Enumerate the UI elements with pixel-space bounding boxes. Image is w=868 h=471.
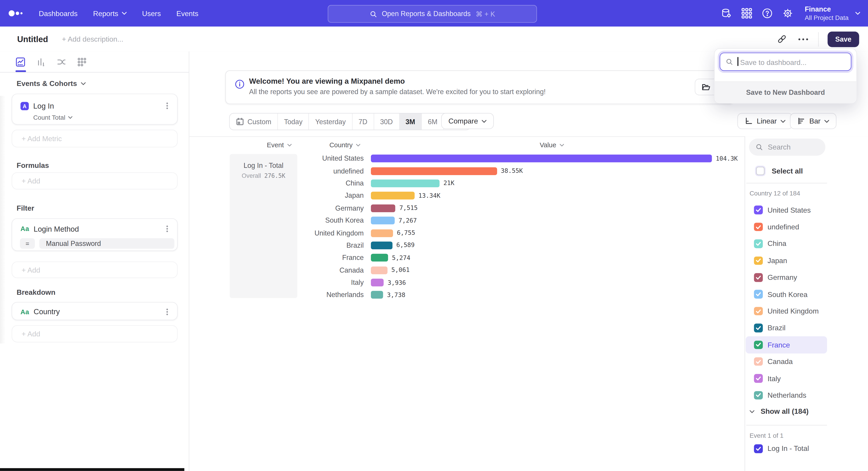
help-icon[interactable]: [762, 8, 773, 19]
kebab-menu-icon[interactable]: [164, 225, 170, 233]
bar-france[interactable]: [371, 254, 388, 262]
filter-operator-selector[interactable]: =: [20, 238, 35, 249]
project-switcher[interactable]: Finance All Project Data: [805, 5, 860, 21]
bar-united-kingdom[interactable]: [371, 229, 393, 237]
events-section-header[interactable]: Events & Cohorts: [17, 79, 86, 88]
event-checkbox[interactable]: [754, 444, 763, 453]
bar-canada[interactable]: [371, 266, 388, 274]
bar-japan[interactable]: [371, 192, 414, 200]
column-header-value[interactable]: Value: [540, 141, 564, 149]
select-all-row[interactable]: Select all: [749, 167, 803, 175]
apps-grid-icon[interactable]: [741, 8, 752, 19]
range-custom[interactable]: Custom: [230, 114, 278, 129]
nav-item-users[interactable]: Users: [142, 9, 161, 18]
country-row-china[interactable]: China: [746, 235, 827, 252]
checkbox-china[interactable]: [754, 239, 763, 248]
dashboard-search-field[interactable]: [720, 53, 851, 71]
country-row-united-states[interactable]: United States: [746, 202, 827, 218]
add-formula-button[interactable]: + Add: [11, 172, 178, 189]
country-row-netherlands[interactable]: Netherlands: [746, 387, 827, 404]
country-row-canada[interactable]: Canada: [746, 353, 827, 370]
country-row-undefined[interactable]: undefined: [746, 218, 827, 235]
country-row-south-korea[interactable]: South Korea: [746, 286, 827, 303]
add-description-button[interactable]: + Add description...: [62, 35, 123, 43]
tab-flows-icon[interactable]: [57, 57, 66, 67]
report-title[interactable]: Untitled: [17, 34, 48, 44]
range-7d[interactable]: 7D: [352, 114, 374, 129]
country-row-germany[interactable]: Germany: [746, 269, 827, 286]
column-header-event[interactable]: Event: [267, 141, 291, 149]
bar-china[interactable]: [371, 179, 440, 187]
country-row-italy[interactable]: Italy: [746, 370, 827, 387]
checkbox-south-korea[interactable]: [754, 290, 763, 299]
breakdown-card[interactable]: Aa Country: [11, 302, 178, 320]
breakdown-property-name[interactable]: Country: [34, 307, 164, 316]
add-breakdown-button[interactable]: + Add: [11, 325, 178, 343]
global-search-button[interactable]: Open Reports & Dashboards ⌘ + K: [328, 5, 537, 23]
bar-united-states[interactable]: [371, 155, 712, 163]
checkbox-italy[interactable]: [754, 374, 763, 383]
nav-item-dashboards[interactable]: Dashboards: [39, 9, 78, 18]
metric-card[interactable]: A Log In Count Total: [11, 94, 178, 125]
select-all-checkbox[interactable]: [756, 167, 765, 175]
kebab-menu-icon[interactable]: [164, 102, 170, 110]
checkbox-brazil[interactable]: [754, 324, 763, 332]
tab-retention-icon[interactable]: [77, 57, 87, 67]
country-row-japan[interactable]: Japan: [746, 252, 827, 269]
bar-italy[interactable]: [371, 279, 384, 286]
top-nav: Dashboards Reports Users Events Open Rep…: [0, 0, 868, 27]
filter-card[interactable]: Aa Login Method = Manual Password: [11, 218, 178, 251]
bar-brazil[interactable]: [371, 242, 393, 249]
checkbox-germany[interactable]: [754, 273, 763, 282]
checkbox-canada[interactable]: [754, 357, 763, 366]
chevron-down-icon: [855, 11, 860, 15]
country-row-france[interactable]: France: [746, 336, 827, 353]
country-row-brazil[interactable]: Brazil: [746, 319, 827, 336]
settings-gear-icon[interactable]: [782, 8, 793, 19]
filter-property-name[interactable]: Login Method: [34, 225, 164, 233]
range-6m[interactable]: 6M: [422, 114, 444, 129]
panel-search-input[interactable]: [767, 142, 822, 152]
metric-aggregation-selector[interactable]: Count Total: [33, 114, 177, 121]
filter-value-selector[interactable]: Manual Password: [39, 238, 175, 249]
add-metric-button[interactable]: + Add Metric: [11, 129, 178, 147]
mixpanel-logo[interactable]: [8, 8, 25, 18]
tab-insights-icon[interactable]: [16, 57, 26, 67]
nav-item-reports[interactable]: Reports: [93, 9, 127, 18]
checkbox-france[interactable]: [754, 341, 763, 349]
metric-name[interactable]: Log In: [33, 101, 164, 110]
column-header-country[interactable]: Country: [329, 141, 360, 149]
checkbox-japan[interactable]: [754, 256, 763, 265]
save-to-new-dashboard-button[interactable]: Save to New Dashboard: [715, 82, 857, 103]
more-menu-button[interactable]: [797, 33, 809, 45]
range-today[interactable]: Today: [278, 114, 309, 129]
chart-type-selector-button[interactable]: Bar: [790, 113, 837, 129]
save-to-dashboard-input[interactable]: [739, 53, 846, 71]
event-legend-row[interactable]: Log In - Total: [749, 444, 809, 453]
checkbox-united-states[interactable]: [754, 206, 763, 214]
checkbox-united-kingdom[interactable]: [754, 307, 763, 315]
add-filter-button[interactable]: + Add: [11, 262, 178, 278]
save-button[interactable]: Save: [828, 31, 859, 47]
range-30d[interactable]: 30D: [374, 114, 399, 129]
checkbox-undefined[interactable]: [754, 223, 763, 231]
bar-netherlands[interactable]: [371, 291, 383, 299]
scale-selector-button[interactable]: Linear: [737, 113, 793, 129]
event-total-cell[interactable]: Log In - Total Overall 276.5K: [230, 154, 297, 298]
show-all-button[interactable]: Show all (184): [749, 407, 809, 416]
range-yesterday[interactable]: Yesterday: [309, 114, 352, 129]
bar-south-korea[interactable]: [371, 217, 395, 225]
checkbox-netherlands[interactable]: [754, 391, 763, 400]
country-row-united-kingdom[interactable]: United Kingdom: [746, 303, 827, 319]
compare-button[interactable]: Compare: [441, 113, 494, 129]
data-management-icon[interactable]: [721, 8, 732, 19]
bar-undefined[interactable]: [371, 167, 497, 175]
panel-search[interactable]: [749, 139, 825, 156]
bar-germany[interactable]: [371, 204, 396, 212]
range-3m[interactable]: 3M: [399, 114, 422, 129]
kebab-menu-icon[interactable]: [164, 308, 170, 315]
nav-item-events[interactable]: Events: [176, 9, 198, 18]
copy-link-button[interactable]: [776, 33, 788, 45]
tab-funnels-icon[interactable]: [36, 57, 46, 67]
bar-label: South Korea: [302, 217, 364, 225]
